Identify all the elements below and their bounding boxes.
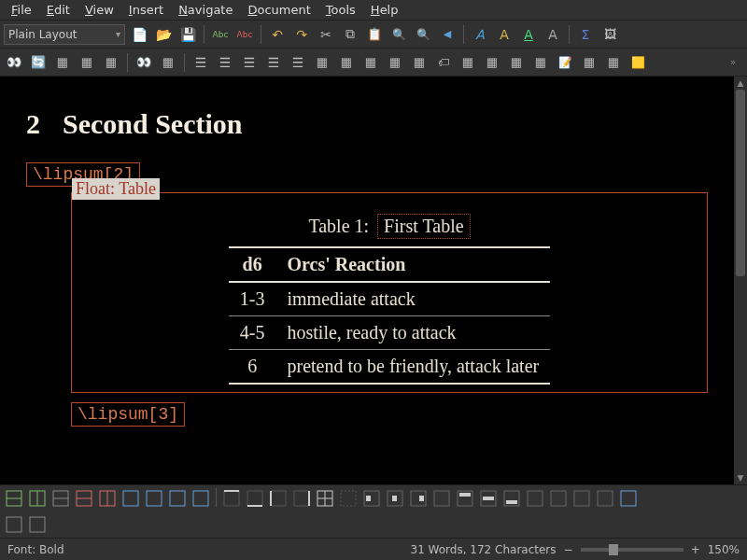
zoom-value[interactable]: 150% xyxy=(708,543,740,556)
new-document-button[interactable] xyxy=(129,24,149,45)
align-right-button[interactable] xyxy=(408,488,429,509)
navigate-back-button[interactable] xyxy=(437,24,458,45)
table-cell[interactable]: 1-3 xyxy=(229,282,276,316)
menu-document[interactable]: Document xyxy=(240,1,317,19)
move-col-left-button[interactable] xyxy=(167,488,188,509)
scroll-up-icon[interactable]: ▲ xyxy=(734,77,747,90)
view-master-button[interactable] xyxy=(52,52,73,73)
menu-navigate[interactable]: Navigate xyxy=(171,1,240,19)
emphasis-button[interactable] xyxy=(470,24,490,45)
section-heading[interactable]: 2Second Section xyxy=(26,108,708,140)
toggle-button[interactable] xyxy=(336,52,357,73)
set-border-lines-button[interactable] xyxy=(4,514,24,535)
spellcheck-continuous-button[interactable] xyxy=(234,24,255,45)
unset-border-lines-button[interactable] xyxy=(27,514,48,535)
multirow-button[interactable] xyxy=(595,488,615,509)
paragraph-layout-select[interactable]: Plain Layout xyxy=(4,24,125,45)
bullet-list-button[interactable] xyxy=(215,52,235,73)
toggle3-button[interactable] xyxy=(385,52,405,73)
table-cell[interactable]: hostile, ready to attack xyxy=(275,316,550,350)
open-button[interactable] xyxy=(153,24,174,45)
caption-text[interactable]: First Table xyxy=(377,214,470,239)
menu-insert[interactable]: Insert xyxy=(121,1,171,19)
valign-middle-button[interactable] xyxy=(478,488,499,509)
ert-inset-lipsum3[interactable]: \lipsum[3] xyxy=(71,402,185,427)
list-button[interactable] xyxy=(239,52,260,73)
default-style-button[interactable] xyxy=(543,24,563,45)
label-style-button[interactable] xyxy=(518,24,539,45)
menu-file[interactable]: File xyxy=(4,1,39,19)
find-button[interactable] xyxy=(413,24,433,45)
redo-button[interactable] xyxy=(291,24,312,45)
zoom-in-button[interactable]: + xyxy=(691,543,700,556)
save-button[interactable] xyxy=(177,24,198,45)
rotate-table-button[interactable] xyxy=(548,488,569,509)
table-cell[interactable]: pretend to be friendly, attack later xyxy=(275,350,550,385)
table-float[interactable]: Float: Table Table 1: First Table d6 Orc… xyxy=(71,192,708,393)
move-col-right-button[interactable] xyxy=(190,488,211,509)
scroll-down-icon[interactable]: ▼ xyxy=(734,471,747,484)
increase-depth-button[interactable] xyxy=(288,52,308,73)
numbered-list-button[interactable] xyxy=(190,52,211,73)
border-bottom-button[interactable] xyxy=(245,488,265,509)
move-row-down-button[interactable] xyxy=(144,488,164,509)
view-button[interactable] xyxy=(4,52,24,73)
update-button[interactable] xyxy=(28,52,49,73)
border-right-button[interactable] xyxy=(291,488,312,509)
insert-box-button[interactable] xyxy=(627,52,648,73)
table-settings-button[interactable] xyxy=(618,488,639,509)
zoom-slider[interactable] xyxy=(581,548,684,552)
border-top-button[interactable] xyxy=(221,488,242,509)
valign-bottom-button[interactable] xyxy=(501,488,522,509)
menu-tools[interactable]: Tools xyxy=(318,1,363,19)
align-left-button[interactable] xyxy=(361,488,382,509)
insert-citation-button[interactable] xyxy=(482,52,502,73)
align-center-button[interactable] xyxy=(385,488,405,509)
paste-button[interactable] xyxy=(364,24,385,45)
move-row-up-button[interactable] xyxy=(120,488,141,509)
zoom-slider-knob[interactable] xyxy=(609,544,618,555)
delete-row-button[interactable] xyxy=(74,488,94,509)
insert-crossref-button[interactable] xyxy=(458,52,478,73)
cut-button[interactable] xyxy=(316,24,336,45)
insert-index-button[interactable] xyxy=(506,52,527,73)
menu-help[interactable]: Help xyxy=(363,1,406,19)
table-cell[interactable]: 6 xyxy=(229,350,276,385)
float-label[interactable]: Float: Table xyxy=(72,178,160,200)
add-col-left-button[interactable] xyxy=(50,488,71,509)
noun-style-button[interactable] xyxy=(494,24,514,45)
zoom-out-button[interactable]: − xyxy=(564,543,573,556)
table-cell[interactable]: 4-5 xyxy=(229,316,276,350)
insert-label-button[interactable] xyxy=(433,52,454,73)
copy-button[interactable] xyxy=(340,24,360,45)
section-button[interactable] xyxy=(312,52,332,73)
menu-view[interactable]: View xyxy=(78,1,121,19)
border-none-button[interactable] xyxy=(338,488,359,509)
document-canvas[interactable]: 2Second Section \lipsum[2] Float: Table … xyxy=(0,77,734,484)
insert-footnote-button[interactable] xyxy=(555,52,575,73)
table-cell[interactable]: immediate attack xyxy=(275,282,550,316)
scroll-thumb[interactable] xyxy=(736,90,745,276)
insert-table-button[interactable] xyxy=(409,52,430,73)
multicolumn-button[interactable] xyxy=(571,488,592,509)
align-decimal-button[interactable] xyxy=(431,488,452,509)
view-other-button[interactable] xyxy=(101,52,121,73)
menu-edit[interactable]: Edit xyxy=(39,1,78,19)
view-pdf-button[interactable] xyxy=(158,52,178,73)
vertical-scrollbar[interactable]: ▲ ▼ xyxy=(734,77,747,484)
valign-top-button[interactable] xyxy=(455,488,475,509)
view-source-button[interactable] xyxy=(77,52,97,73)
border-all-button[interactable] xyxy=(315,488,335,509)
delete-col-button[interactable] xyxy=(97,488,118,509)
table[interactable]: d6 Orcs' Reaction 1-3 immediate attack 4… xyxy=(229,246,550,385)
toolbar-overflow-button[interactable] xyxy=(723,52,743,73)
add-row-above-button[interactable] xyxy=(4,488,24,509)
toggle2-button[interactable] xyxy=(360,52,381,73)
insert-math-button[interactable] xyxy=(575,24,596,45)
spellcheck-on-button[interactable] xyxy=(210,24,231,45)
table-caption[interactable]: Table 1: First Table xyxy=(72,214,707,239)
table-header-cell[interactable]: d6 xyxy=(229,247,276,282)
undo-button[interactable] xyxy=(267,24,288,45)
insert-margin-note-button[interactable] xyxy=(579,52,599,73)
find-replace-button[interactable] xyxy=(388,24,409,45)
